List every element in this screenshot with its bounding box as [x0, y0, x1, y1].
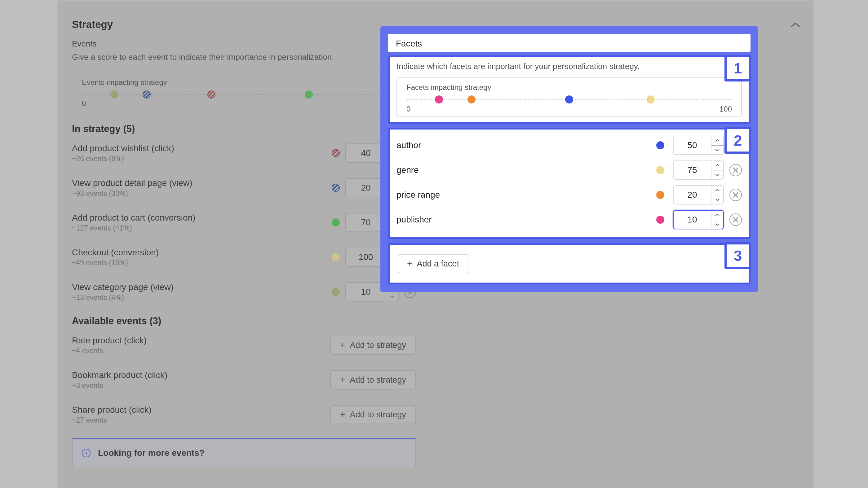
- facets-panel: Facets Indicate which facets are importa…: [380, 26, 758, 292]
- value-stepper[interactable]: [673, 210, 724, 229]
- stepper-input[interactable]: [346, 214, 385, 231]
- event-name: Share product (click): [72, 405, 330, 415]
- available-event-row: Rate product (click)~4 events+Add to str…: [72, 334, 416, 356]
- stepper-input[interactable]: [674, 211, 711, 229]
- in-strategy-heading: In strategy (5): [72, 123, 416, 134]
- stepper-input[interactable]: [674, 161, 711, 179]
- facet-row: genre: [397, 161, 742, 180]
- event-text: Share product (click)~27 events: [72, 405, 330, 424]
- facets-box-2: authorgenreprice rangepublisher 2: [388, 128, 750, 239]
- chevron-down-icon[interactable]: [711, 220, 723, 229]
- chevron-up-icon[interactable]: [711, 186, 723, 195]
- facet-color-icon: [656, 216, 664, 224]
- add-facet-label: Add a facet: [417, 259, 459, 269]
- event-text: View product detail page (view)~93 event…: [72, 178, 332, 198]
- facets-title: Facets: [388, 34, 750, 52]
- remove-button[interactable]: [730, 189, 742, 201]
- remove-button[interactable]: [730, 214, 742, 226]
- event-row: Add product to cart (conversion)~127 eve…: [72, 211, 416, 234]
- event-text: Bookmark product (click)~3 events: [72, 370, 330, 390]
- value-stepper[interactable]: [673, 185, 724, 204]
- event-row: View product detail page (view)~93 event…: [72, 176, 416, 199]
- scale-min: 0: [82, 99, 86, 108]
- event-sub: ~4 events: [72, 347, 330, 355]
- event-name: Checkout (conversion): [72, 248, 332, 258]
- facet-row: publisher: [397, 210, 742, 229]
- value-stepper[interactable]: [673, 136, 724, 155]
- event-text: View category page (view)~13 events (4%): [72, 282, 332, 302]
- event-row: View category page (view)~13 events (4%): [72, 281, 416, 303]
- facet-name: genre: [397, 165, 656, 175]
- event-marker-icon: [332, 184, 340, 192]
- add-facet-button[interactable]: + Add a facet: [398, 254, 468, 273]
- event-marker-icon: [332, 253, 340, 261]
- callout-2: 2: [724, 127, 751, 154]
- scale-marker: [207, 91, 215, 99]
- chevron-up-icon[interactable]: [711, 211, 723, 220]
- stepper-input[interactable]: [346, 283, 385, 301]
- chevron-down-icon[interactable]: [386, 292, 398, 301]
- add-to-strategy-button[interactable]: +Add to strategy: [330, 370, 416, 389]
- facets-hint: Indicate which facets are important for …: [397, 62, 742, 71]
- event-marker-icon: [332, 219, 340, 227]
- stepper-input[interactable]: [346, 144, 385, 162]
- event-text: Add product wishlist (click)~26 events (…: [72, 143, 332, 163]
- scale-marker: [143, 91, 151, 99]
- stepper-buttons[interactable]: [711, 186, 723, 204]
- stepper-input[interactable]: [674, 186, 711, 204]
- scale-marker: [435, 95, 443, 103]
- collapse-icon[interactable]: [791, 22, 800, 29]
- facet-color-icon: [656, 141, 664, 149]
- facet-color-icon: [656, 166, 664, 174]
- facets-scale-track: [406, 95, 732, 103]
- facet-color-icon: [656, 191, 664, 199]
- info-icon: i: [82, 449, 91, 457]
- strategy-section: Strategy Events Give a score to each eve…: [72, 19, 416, 467]
- chevron-down-icon[interactable]: [711, 195, 723, 204]
- close-icon: [733, 167, 738, 173]
- available-heading: Available events (3): [72, 316, 416, 327]
- chevron-down-icon[interactable]: [711, 145, 723, 155]
- events-scale-box: Events impacting strategy 0 100: [72, 71, 416, 113]
- stepper-buttons[interactable]: [711, 161, 723, 179]
- event-sub: ~27 events: [72, 416, 330, 424]
- event-row: Checkout (conversion)~49 events (16%): [72, 246, 416, 268]
- stepper-input[interactable]: [346, 248, 385, 266]
- stepper-buttons[interactable]: [711, 211, 723, 229]
- event-sub: ~26 events (8%): [72, 155, 332, 163]
- event-name: View product detail page (view): [72, 178, 332, 188]
- scale-marker: [305, 91, 313, 99]
- scale-marker: [565, 95, 573, 103]
- event-text: Checkout (conversion)~49 events (16%): [72, 248, 332, 267]
- chevron-up-icon[interactable]: [711, 161, 723, 170]
- plus-icon: +: [340, 375, 346, 385]
- scale-marker: [647, 95, 655, 103]
- available-event-row: Bookmark product (click)~3 events+Add to…: [72, 369, 416, 391]
- remove-button[interactable]: [730, 164, 742, 176]
- chevron-up-icon[interactable]: [711, 136, 723, 145]
- events-heading: Events: [72, 39, 416, 48]
- callout-1: 1: [724, 55, 751, 82]
- event-marker-icon: [332, 149, 340, 157]
- event-marker-icon: [332, 288, 340, 296]
- chevron-down-icon[interactable]: [711, 170, 723, 180]
- value-stepper[interactable]: [673, 161, 724, 180]
- event-text: Rate product (click)~4 events: [72, 335, 330, 355]
- add-to-strategy-button[interactable]: +Add to strategy: [330, 335, 416, 355]
- event-name: Rate product (click): [72, 335, 330, 346]
- info-banner: i Looking for more events?: [72, 438, 416, 467]
- scale-max: 100: [719, 105, 732, 113]
- add-to-strategy-button[interactable]: +Add to strategy: [330, 405, 416, 424]
- facet-name: price range: [397, 190, 656, 200]
- add-label: Add to strategy: [350, 375, 406, 385]
- stepper-input[interactable]: [346, 179, 385, 197]
- facets-scale-ends: 0 100: [406, 105, 732, 113]
- close-icon: [733, 192, 738, 198]
- facet-name: author: [397, 140, 656, 150]
- plus-icon: +: [340, 409, 346, 420]
- stepper-buttons[interactable]: [711, 136, 723, 154]
- facets-scale-box: Facets impacting strategy 0 100: [397, 77, 742, 117]
- stepper-input[interactable]: [674, 136, 711, 154]
- facet-row: price range: [397, 185, 742, 204]
- events-scale-label: Events impacting strategy: [82, 78, 406, 87]
